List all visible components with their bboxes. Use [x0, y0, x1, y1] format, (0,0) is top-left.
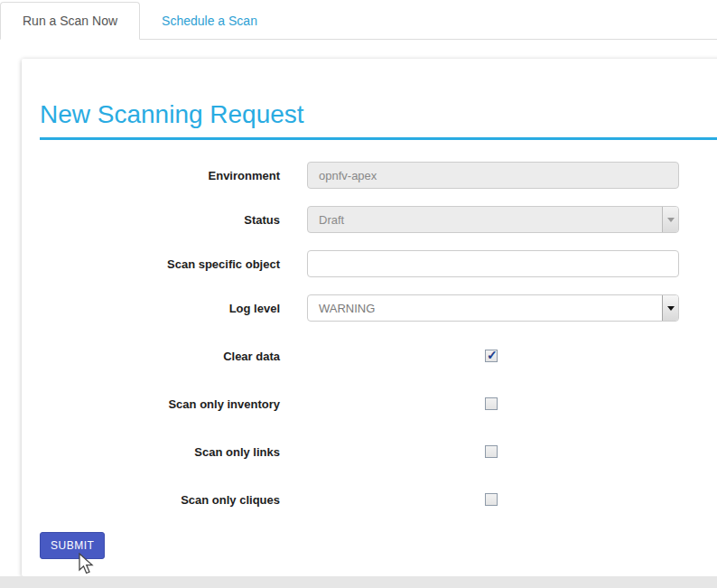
- clear-data-label: Clear data: [40, 350, 280, 363]
- tab-run-a-scan-now[interactable]: Run a Scan Now: [0, 2, 140, 40]
- scan-only-inventory-label: Scan only inventory: [40, 397, 280, 411]
- scan-specific-object-label: Scan specific object: [40, 257, 280, 271]
- scan-only-links-label: Scan only links: [40, 445, 280, 459]
- submit-button[interactable]: SUBMIT: [40, 532, 105, 559]
- environment-label: Environment: [40, 169, 280, 182]
- scan-request-form: Environment Status Draft Scan specific o…: [40, 162, 708, 559]
- page-background-strip: [0, 576, 717, 588]
- scan-only-inventory-row: Scan only inventory: [40, 397, 708, 411]
- status-label: Status: [40, 213, 280, 227]
- status-select: Draft: [307, 206, 679, 233]
- tab-schedule-a-scan[interactable]: Schedule a Scan: [147, 3, 272, 39]
- environment-field: [307, 162, 679, 189]
- log-level-row: Log level WARNING: [40, 294, 708, 322]
- scan-only-links-checkbox[interactable]: [485, 445, 498, 458]
- scan-only-inventory-checkbox[interactable]: [485, 397, 498, 410]
- scan-only-cliques-row: Scan only cliques: [40, 492, 708, 507]
- log-level-select[interactable]: WARNING: [307, 294, 679, 322]
- scan-only-links-row: Scan only links: [40, 444, 708, 459]
- page-title: New Scanning Request: [40, 100, 717, 140]
- scan-specific-object-field[interactable]: [307, 250, 679, 277]
- chevron-down-icon[interactable]: [662, 295, 678, 321]
- scan-request-panel: New Scanning Request Environment Status …: [22, 59, 717, 576]
- scan-only-cliques-label: Scan only cliques: [40, 493, 280, 507]
- clear-data-checkbox[interactable]: [485, 350, 498, 362]
- log-level-select-value: WARNING: [308, 302, 662, 315]
- status-select-value: Draft: [308, 213, 662, 227]
- environment-row: Environment: [40, 162, 708, 189]
- tab-bar: Run a Scan Now Schedule a Scan: [0, 0, 717, 40]
- status-row: Status Draft: [40, 206, 708, 233]
- log-level-label: Log level: [40, 302, 280, 315]
- scan-only-cliques-checkbox[interactable]: [485, 493, 498, 506]
- scan-specific-object-row: Scan specific object: [40, 250, 708, 277]
- chevron-down-icon: [662, 207, 678, 232]
- clear-data-row: Clear data: [40, 349, 708, 363]
